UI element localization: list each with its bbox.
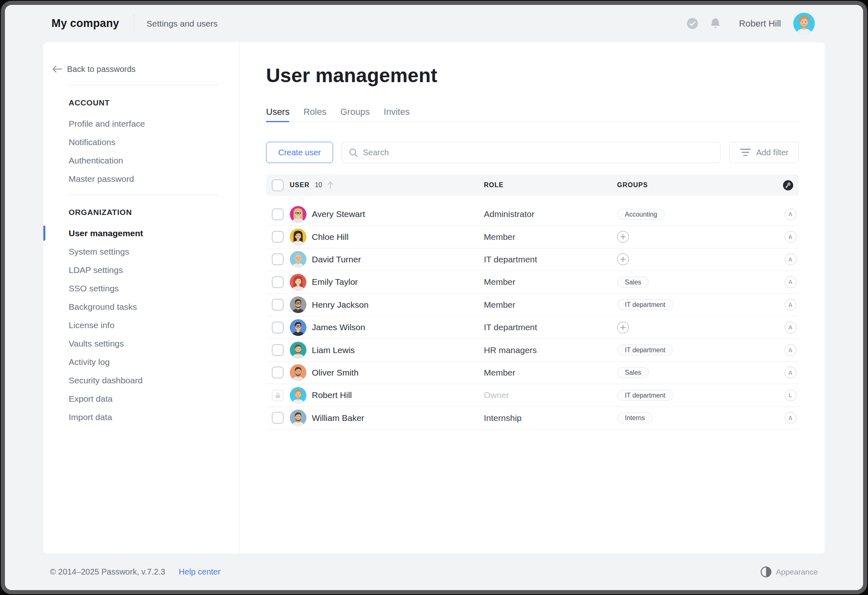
sidebar-item-import-data[interactable]: Import data — [43, 408, 239, 426]
table-row[interactable]: Chloe HillMemberA — [266, 226, 799, 248]
user-name[interactable]: Avery Stewart — [312, 209, 365, 219]
sidebar-item-authentication[interactable]: Authentication — [43, 151, 239, 170]
row-checkbox[interactable] — [272, 367, 284, 378]
table-row[interactable]: David TurnerIT departmentA — [266, 248, 799, 271]
table-row[interactable]: Avery StewartAdministratorAccountingA — [266, 203, 799, 226]
tab-roles[interactable]: Roles — [303, 105, 326, 121]
cell-badge: A — [782, 299, 799, 311]
cell-select — [272, 253, 290, 265]
user-avatar — [290, 228, 306, 245]
appearance-toggle[interactable]: Appearance — [761, 566, 818, 577]
user-name[interactable]: William Baker — [312, 413, 364, 423]
group-chip[interactable]: IT department — [617, 344, 673, 356]
cell-select — [272, 299, 290, 311]
user-role: Member — [484, 232, 617, 242]
column-header-user[interactable]: USER 10 — [290, 181, 484, 190]
cell-badge: A — [782, 208, 799, 220]
sidebar-item-security-dashboard[interactable]: Security dashboard — [43, 371, 239, 389]
company-name[interactable]: My company — [51, 17, 119, 30]
row-checkbox[interactable] — [272, 231, 284, 243]
auth-type-badge: A — [785, 344, 796, 356]
user-name[interactable]: Robert Hill — [312, 390, 352, 400]
user-name[interactable]: Emily Taylor — [312, 277, 358, 287]
tab-invites[interactable]: Invites — [384, 105, 410, 121]
row-checkbox[interactable] — [272, 253, 284, 265]
row-checkbox[interactable] — [272, 412, 284, 424]
cell-groups: IT department — [617, 299, 782, 310]
sidebar-item-license-info[interactable]: License info — [43, 316, 239, 334]
check-circle-icon[interactable] — [687, 18, 698, 29]
topbar-user-name[interactable]: Robert Hill — [739, 18, 781, 29]
content-card: Back to passwords ACCOUNTProfile and int… — [43, 42, 825, 554]
cell-select — [272, 276, 290, 288]
sidebar-item-ldap-settings[interactable]: LDAP settings — [43, 261, 239, 279]
sidebar-item-export-data[interactable]: Export data — [43, 389, 239, 408]
sidebar-item-profile-and-interface[interactable]: Profile and interface — [43, 114, 239, 133]
row-checkbox[interactable] — [272, 208, 284, 220]
user-name[interactable]: James Wilson — [312, 322, 365, 332]
user-name[interactable]: Liam Lewis — [312, 345, 355, 355]
sidebar-item-vaults-settings[interactable]: Vaults settings — [43, 334, 239, 353]
column-header-key[interactable] — [782, 180, 799, 190]
add-group-button[interactable] — [617, 253, 629, 265]
bell-icon[interactable] — [709, 17, 722, 30]
group-chip[interactable]: Sales — [617, 367, 649, 378]
sort-ascending-icon[interactable] — [327, 181, 333, 190]
group-chip[interactable]: Sales — [617, 277, 649, 288]
sidebar-item-sso-settings[interactable]: SSO settings — [43, 279, 239, 298]
help-center-link[interactable]: Help center — [179, 567, 220, 577]
tab-groups[interactable]: Groups — [340, 105, 370, 121]
back-to-passwords-link[interactable]: Back to passwords — [43, 42, 239, 74]
row-checkbox[interactable] — [272, 322, 284, 333]
auth-type-badge: A — [785, 299, 796, 311]
table-row[interactable]: James WilsonIT departmentA — [266, 316, 799, 339]
sidebar-item-user-management[interactable]: User management — [43, 224, 239, 242]
column-header-role[interactable]: ROLE — [484, 181, 617, 189]
add-group-button[interactable] — [617, 322, 629, 333]
create-user-button[interactable]: Create user — [266, 142, 333, 163]
table-row[interactable]: Liam LewisHR managersIT departmentA — [266, 339, 799, 361]
row-checkbox[interactable] — [272, 276, 284, 288]
user-role: Member — [484, 368, 617, 378]
group-chip[interactable]: Interns — [617, 412, 653, 423]
auth-type-badge: A — [785, 253, 796, 265]
copyright-text: © 2014–2025 Passwork, v.7.2.3 — [50, 567, 165, 577]
cell-badge: A — [782, 412, 799, 424]
row-checkbox[interactable] — [272, 344, 284, 356]
table-row[interactable]: Oliver SmithMemberSalesA — [266, 362, 799, 384]
user-name[interactable]: Henry Jackson — [312, 300, 369, 310]
user-avatar[interactable] — [793, 13, 815, 34]
cell-select — [272, 322, 290, 333]
user-avatar — [290, 296, 306, 313]
row-checkbox[interactable] — [272, 299, 284, 311]
user-avatar — [290, 364, 306, 381]
column-header-groups[interactable]: GROUPS — [617, 181, 782, 189]
select-all-checkbox[interactable] — [272, 179, 284, 191]
user-name[interactable]: David Turner — [312, 255, 361, 264]
user-name[interactable]: Chloe Hill — [312, 232, 349, 242]
table-row[interactable]: Henry JacksonMemberIT departmentA — [266, 294, 799, 316]
table-row[interactable]: Robert HillOwnerIT departmentL — [266, 384, 799, 407]
add-group-button[interactable] — [617, 231, 629, 243]
group-chip[interactable]: IT department — [617, 299, 673, 310]
table-row[interactable]: William BakerInternshipInternsA — [266, 407, 799, 429]
sidebar-item-background-tasks[interactable]: Background tasks — [43, 298, 239, 316]
sidebar-item-master-password[interactable]: Master password — [43, 170, 239, 188]
search-input[interactable] — [363, 142, 720, 163]
sidebar-item-activity-log[interactable]: Activity log — [43, 353, 239, 371]
cell-badge: A — [782, 367, 799, 378]
appearance-icon — [761, 566, 772, 577]
tab-bar: UsersRolesGroupsInvites — [266, 105, 799, 122]
add-filter-button[interactable]: Add filter — [729, 142, 799, 163]
sidebar-item-system-settings[interactable]: System settings — [43, 242, 239, 261]
sidebar-item-notifications[interactable]: Notifications — [43, 133, 239, 151]
cell-user: Henry Jackson — [290, 296, 484, 313]
group-chip[interactable]: Accounting — [617, 209, 665, 220]
topbar-right: Robert Hill — [687, 13, 863, 34]
sidebar-group-items: User managementSystem settingsLDAP setti… — [43, 224, 239, 426]
group-chip[interactable]: IT department — [617, 390, 673, 401]
appearance-label: Appearance — [776, 568, 818, 577]
user-name[interactable]: Oliver Smith — [312, 368, 358, 378]
table-row[interactable]: Emily TaylorMemberSalesA — [266, 271, 799, 293]
tab-users[interactable]: Users — [266, 105, 289, 121]
